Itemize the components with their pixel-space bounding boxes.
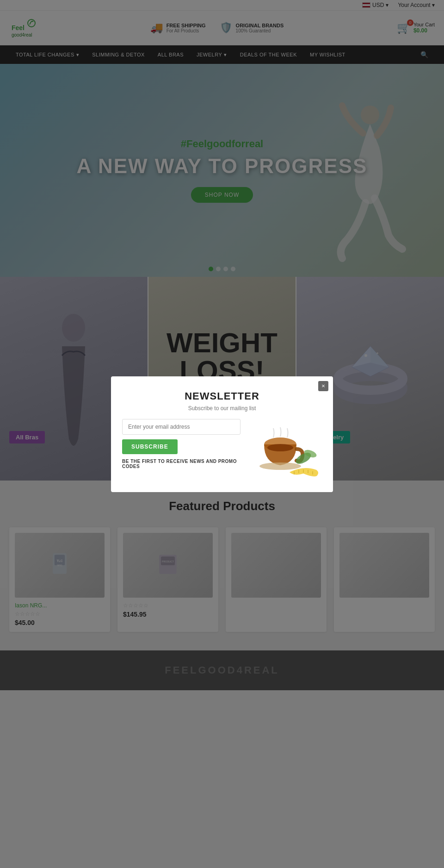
newsletter-promo-text: BE THE FIRST TO RECEIVE NEWS AND PROMO C… [122,459,240,469]
subscribe-button[interactable]: SUBSCRIBE [122,439,178,454]
newsletter-body: SUBSCRIBE BE THE FIRST TO RECEIVE NEWS A… [122,419,322,481]
tea-image-icon [248,419,322,479]
newsletter-form: SUBSCRIBE BE THE FIRST TO RECEIVE NEWS A… [122,419,240,469]
newsletter-email-input[interactable] [122,419,240,435]
newsletter-title: NEWSLETTER [185,390,259,402]
newsletter-subtitle: Subscribe to our mailing list [188,405,256,412]
svg-point-22 [259,462,301,470]
newsletter-overlay: × NEWSLETTER Subscribe to our mailing li… [0,0,444,690]
modal-close-button[interactable]: × [318,381,328,391]
svg-point-21 [267,444,293,451]
newsletter-modal: × NEWSLETTER Subscribe to our mailing li… [111,376,333,492]
newsletter-image [248,419,322,481]
